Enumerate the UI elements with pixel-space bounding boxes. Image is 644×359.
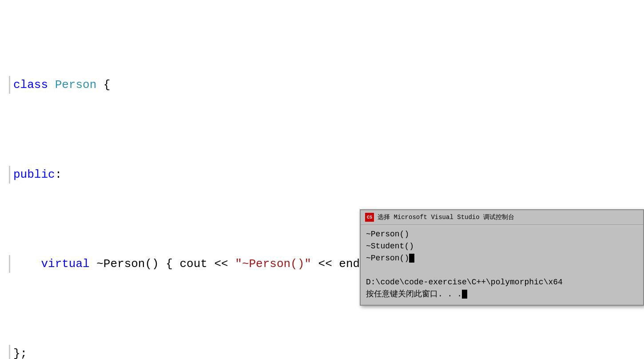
terminal-window: CS 选择 Microsoft Visual Studio 调试控制台 ~Per… bbox=[360, 209, 644, 306]
keyword-public-1: public bbox=[13, 166, 55, 183]
terminal-titlebar: CS 选择 Microsoft Visual Studio 调试控制台 bbox=[361, 210, 643, 225]
code-line-public-1: public: bbox=[9, 166, 635, 183]
terminal-body: ~Person() ~Student() ~Person() D:\code\c… bbox=[361, 225, 643, 305]
cursor-1 bbox=[409, 254, 414, 263]
cursor-2 bbox=[462, 290, 467, 299]
terminal-prompt-line: 按任意键关闭此窗口. . . bbox=[366, 288, 638, 300]
terminal-app-icon: CS bbox=[365, 213, 374, 222]
keyword-class-1: class bbox=[13, 76, 48, 94]
code-editor: class Person { public: virtual ~Person()… bbox=[0, 0, 644, 359]
terminal-line-2: ~Student() bbox=[366, 240, 638, 252]
terminal-path-line: D:\code\code-exercise\C++\polymorphic\x6… bbox=[366, 276, 638, 288]
terminal-line-1: ~Person() bbox=[366, 228, 638, 240]
code-line-close-person: }; bbox=[9, 345, 635, 359]
terminal-title: 选择 Microsoft Visual Studio 调试控制台 bbox=[378, 213, 514, 221]
string-person-destructor: "~Person()" bbox=[235, 255, 311, 273]
terminal-line-empty bbox=[366, 264, 638, 276]
keyword-virtual-1: virtual bbox=[41, 255, 89, 273]
class-name-person: Person bbox=[55, 76, 97, 94]
code-line-class-person: class Person { bbox=[9, 76, 635, 94]
terminal-line-3: ~Person() bbox=[366, 252, 638, 264]
